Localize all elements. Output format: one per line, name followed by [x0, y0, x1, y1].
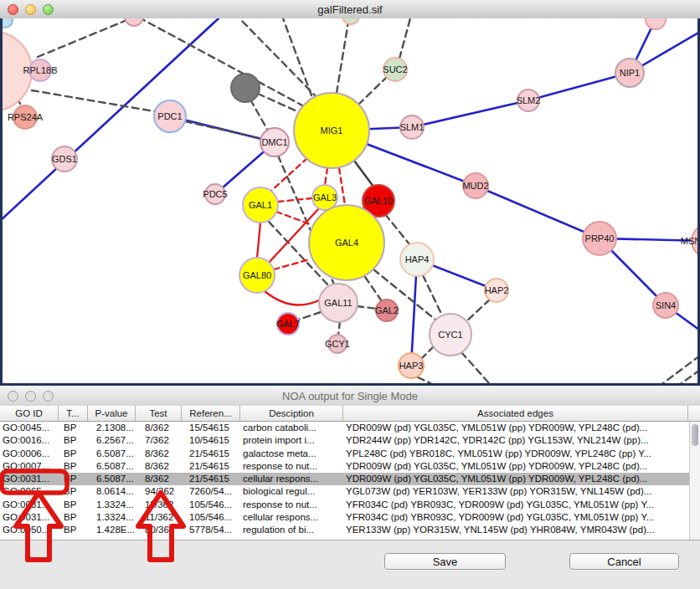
table-cell[interactable]: galactose meta...: [240, 448, 343, 460]
table-cell[interactable]: 8/362: [136, 473, 182, 485]
column-header[interactable]: Associated edges: [343, 406, 688, 421]
network-graph[interactable]: RPL18BRPS24AGDS1PDC1PDC5DMC1SUC2SLM1SLM2…: [3, 18, 697, 383]
table-cell[interactable]: 8.0614...: [88, 485, 136, 498]
table-cell[interactable]: YDR009W (pd) YGL035C, YML051W (pp) YDR00…: [343, 473, 700, 485]
table-cell[interactable]: BP: [59, 434, 88, 447]
table-cell[interactable]: 80/362: [136, 524, 182, 536]
minimize-button[interactable]: [25, 391, 36, 402]
table-cell[interactable]: BP: [59, 524, 88, 536]
table-cell[interactable]: regulation of bi...: [240, 524, 343, 536]
table-cell[interactable]: BP: [59, 499, 88, 511]
node-top-node-3[interactable]: [646, 18, 666, 29]
table-cell[interactable]: GO:0007...: [0, 460, 59, 473]
table-cell[interactable]: YFR034C (pd) YBR093C, YDR009W (pd) YGL03…: [343, 499, 700, 511]
table-cell[interactable]: 7260/54...: [182, 485, 240, 498]
table-cell[interactable]: biological regul...: [240, 485, 343, 498]
table-cell[interactable]: BP: [59, 422, 88, 434]
node-top-node-1[interactable]: [125, 18, 143, 26]
column-header[interactable]: Test: [136, 406, 182, 421]
network-titlebar[interactable]: galFiltered.sif: [0, 0, 700, 19]
network-edge: [38, 18, 139, 57]
table-cell[interactable]: 8/362: [136, 422, 182, 434]
table-row[interactable]: GO:0065...BP8.0614...94/3627260/54...bio…: [0, 485, 700, 498]
column-header[interactable]: Referen...: [182, 406, 240, 421]
table-cell[interactable]: 21/54615: [182, 448, 240, 460]
table-cell[interactable]: YER133W (pp) YOR315W, YNL145W (pd) YHR08…: [343, 524, 700, 536]
table-cell[interactable]: 6.5087...: [88, 448, 136, 460]
table-cell[interactable]: YGL073W (pd) YER103W, YER133W (pp) YOR31…: [343, 485, 700, 498]
table-cell[interactable]: carbon cataboli...: [240, 422, 343, 434]
node-top-node-2[interactable]: [342, 18, 359, 24]
table-cell[interactable]: YPL248C (pd) YBR018C, YML051W (pp) YDR00…: [343, 448, 700, 460]
table-cell[interactable]: GO:0050...: [0, 524, 59, 536]
table-cell[interactable]: 6.5087...: [88, 473, 136, 485]
table-cell[interactable]: 7/362: [136, 434, 182, 447]
table-cell[interactable]: protein import i...: [240, 434, 343, 447]
table-cell[interactable]: 11/362: [136, 499, 182, 511]
table-cell[interactable]: 10/54615: [182, 434, 240, 447]
table-cell[interactable]: cellular respons...: [240, 473, 343, 485]
table-cell[interactable]: BP: [59, 485, 88, 498]
table-cell[interactable]: 8/362: [136, 460, 182, 473]
network-canvas[interactable]: RPL18BRPS24AGDS1PDC1PDC5DMC1SUC2SLM1SLM2…: [0, 18, 700, 386]
column-header[interactable]: Desciption: [240, 406, 343, 421]
table-cell[interactable]: YDR244W (pp) YDR142C, YDR142C (pp) YGL15…: [343, 434, 700, 447]
column-header[interactable]: P-value: [88, 406, 136, 421]
table-cell[interactable]: 11/362: [136, 511, 182, 524]
table-cell[interactable]: response to nut...: [240, 460, 343, 473]
cancel-button[interactable]: Cancel: [569, 553, 679, 570]
table-cell[interactable]: BP: [59, 448, 88, 460]
table-cell[interactable]: 105/546...: [182, 511, 240, 524]
scrollbar-thumb[interactable]: [692, 424, 698, 446]
table-cell[interactable]: YFR034C (pd) YBR093C, YDR009W (pd) YGL03…: [343, 511, 700, 524]
table-cell[interactable]: BP: [59, 460, 88, 473]
minimize-button[interactable]: [25, 4, 36, 15]
table-cell[interactable]: GO:0045...: [0, 422, 59, 434]
table-cell[interactable]: GO:0006...: [0, 448, 59, 460]
table-cell[interactable]: GO:0065...: [0, 485, 59, 498]
table-cell[interactable]: 1.3324...: [88, 499, 136, 511]
noa-titlebar[interactable]: NOA output for Single Mode: [0, 386, 700, 407]
table-cell[interactable]: 6.2567...: [88, 434, 136, 447]
zoom-button[interactable]: [43, 4, 54, 15]
table-row[interactable]: GO:0031...BP1.3324...11/362105/546...cel…: [0, 511, 700, 524]
table-cell[interactable]: GO:0031...: [0, 511, 59, 524]
table-cell[interactable]: GO:0031...: [0, 499, 59, 511]
table-cell[interactable]: response to nut...: [240, 499, 343, 511]
table-scrollbar[interactable]: [689, 422, 700, 540]
column-header[interactable]: [688, 406, 700, 421]
table-cell[interactable]: YDR009W (pd) YGL035C, YML051W (pp) YDR00…: [343, 422, 700, 434]
table-cell[interactable]: 2.1308...: [88, 422, 136, 434]
table-cell[interactable]: 5778/54...: [182, 524, 240, 536]
table-cell[interactable]: GO:0016...: [0, 434, 59, 447]
table-cell[interactable]: YDR009W (pd) YGL035C, YML051W (pp) YDR00…: [343, 460, 700, 473]
table-cell[interactable]: GO:0031...: [0, 473, 59, 485]
close-button[interactable]: [8, 4, 18, 15]
table-row[interactable]: GO:0006...BP6.5087...8/36221/54615galact…: [0, 448, 700, 460]
table-cell[interactable]: 15/54615: [182, 422, 240, 434]
table-row[interactable]: GO:0007...BP6.5087...8/36221/54615respon…: [0, 460, 700, 473]
zoom-button[interactable]: [43, 391, 54, 402]
table-cell[interactable]: cellular respons...: [240, 511, 343, 524]
table-row[interactable]: GO:0050...BP1.428E...80/3625778/54...reg…: [0, 524, 700, 536]
table-cell[interactable]: BP: [59, 473, 88, 485]
close-button[interactable]: [8, 391, 18, 402]
table-row[interactable]: GO:0031...BP6.5087...8/36221/54615cellul…: [0, 473, 700, 485]
column-header[interactable]: T...: [59, 406, 88, 421]
node-grey-node[interactable]: [231, 74, 260, 102]
table-cell[interactable]: 1.3324...: [88, 511, 136, 524]
node-corner-node[interactable]: [3, 18, 13, 28]
table-row[interactable]: GO:0016...BP6.2567...7/36210/54615protei…: [0, 434, 700, 447]
table-cell[interactable]: 1.428E...: [88, 524, 136, 536]
column-header[interactable]: GO ID: [0, 406, 59, 421]
table-cell[interactable]: 6.5087...: [88, 460, 136, 473]
table-row[interactable]: GO:0031...BP1.3324...11/362105/546...res…: [0, 499, 700, 511]
table-cell[interactable]: 94/362: [136, 485, 182, 498]
table-cell[interactable]: BP: [59, 511, 88, 524]
table-cell[interactable]: 8/362: [136, 448, 182, 460]
save-button[interactable]: Save: [384, 553, 506, 570]
table-row[interactable]: GO:0045...BP2.1308...8/36215/54615carbon…: [0, 422, 700, 434]
table-cell[interactable]: 21/54615: [182, 460, 240, 473]
table-cell[interactable]: 105/546...: [182, 499, 240, 511]
table-cell[interactable]: 21/54615: [182, 473, 240, 485]
